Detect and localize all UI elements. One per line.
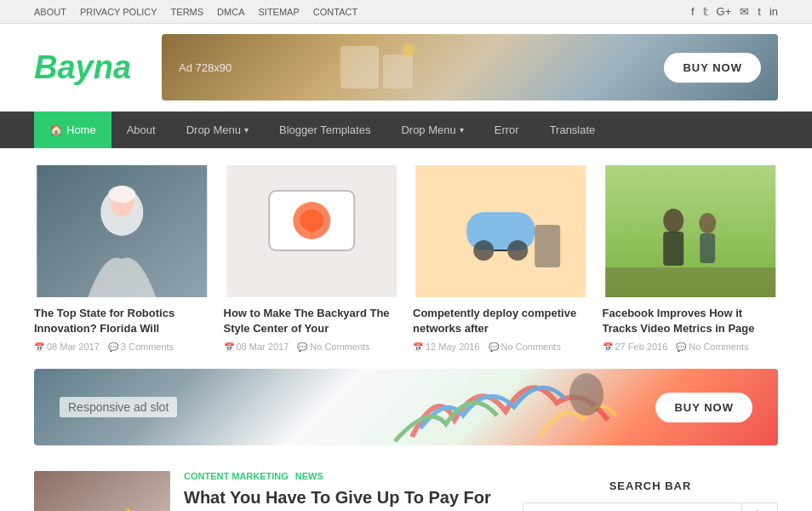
chevron-down-icon: ▾ [244, 125, 249, 135]
article-image-2[interactable] [224, 165, 400, 297]
top-nav-about[interactable]: ABOUT [34, 7, 66, 17]
article-card-4: Facebook Improves How it Tracks Video Me… [603, 165, 779, 352]
responsive-buy-button[interactable]: BUY NOW [655, 393, 752, 422]
ad-text: Ad 728x90 [179, 61, 232, 74]
article-meta-4: 📅 27 Feb 2016 💬 No Comments [603, 342, 779, 352]
featured-article: Content Marketing News What You Have To … [34, 471, 506, 511]
categories: Content Marketing News [184, 471, 506, 481]
email-icon[interactable]: ✉ [740, 5, 749, 18]
featured-content: Content Marketing News What You Have To … [184, 471, 506, 511]
top-nav-dmca[interactable]: DMCA [217, 7, 244, 17]
featured-image[interactable] [34, 471, 170, 511]
svg-rect-18 [663, 232, 683, 266]
header: Bayna Ad 728x90 BUY NOW [0, 24, 812, 112]
search-bar-title: SEARCH BAR [523, 471, 778, 502]
ad-banner: Ad 728x90 BUY NOW [162, 34, 778, 100]
nav-about-label: About [127, 123, 156, 136]
svg-point-17 [663, 209, 683, 233]
top-nav: ABOUT PRIVACY POLICY TERMS DMCA SITEMAP … [34, 7, 357, 17]
chevron-down-icon-2: ▾ [460, 125, 464, 135]
googleplus-icon[interactable]: G+ [717, 5, 732, 18]
top-bar: ABOUT PRIVACY POLICY TERMS DMCA SITEMAP … [0, 0, 812, 24]
top-nav-sitemap[interactable]: SITEMAP [258, 7, 299, 17]
category-news[interactable]: News [295, 471, 323, 481]
article-title-1[interactable]: The Top State for Robotics Innovation? F… [34, 306, 210, 336]
nav-blogger-label: Blogger Templates [279, 123, 370, 136]
nav-drop2[interactable]: Drop Menu ▾ [386, 112, 478, 148]
svg-rect-23 [34, 471, 170, 511]
article-comments-3: 💬 No Comments [489, 342, 561, 352]
logo-text: Bayna [34, 51, 145, 83]
article-image-1[interactable] [34, 165, 210, 297]
svg-rect-1 [383, 55, 413, 89]
nav-home-label: Home [66, 123, 96, 136]
svg-point-22 [569, 373, 603, 416]
article-meta-1: 📅 08 Mar 2017 💬 3 Comments [34, 342, 210, 352]
tumblr-icon[interactable]: t [758, 5, 761, 18]
home-icon: 🏠 [49, 123, 63, 136]
nav-error-label: Error [495, 123, 519, 136]
featured-title[interactable]: What You Have To Give Up To Pay For An U… [184, 486, 506, 511]
search-input-wrapper: 🔍 [523, 502, 778, 511]
nav-drop1-label: Drop Menu [186, 123, 241, 136]
social-icons: f 𝕥 G+ ✉ t in [691, 5, 778, 18]
facebook-icon[interactable]: f [691, 5, 695, 18]
calendar-icon-3: 📅 [413, 342, 423, 352]
article-date-4: 📅 27 Feb 2016 [603, 342, 668, 352]
nav-home[interactable]: 🏠 Home [34, 112, 112, 148]
article-comments-4: 💬 No Comments [676, 342, 748, 352]
article-image-4[interactable] [603, 165, 779, 297]
nav-drop2-label: Drop Menu [401, 123, 455, 136]
svg-rect-15 [535, 225, 560, 267]
svg-point-19 [699, 213, 716, 233]
calendar-icon-1: 📅 [34, 342, 44, 352]
calendar-icon-4: 📅 [603, 342, 613, 352]
top-nav-contact[interactable]: CONTACT [313, 7, 357, 17]
article-image-3[interactable] [413, 165, 589, 297]
main-nav: 🏠 Home About Drop Menu ▾ Blogger Templat… [0, 112, 812, 148]
search-button[interactable]: 🔍 [741, 503, 777, 511]
article-meta-3: 📅 12 May 2016 💬 No Comments [413, 342, 589, 352]
twitter-icon[interactable]: 𝕥 [703, 5, 708, 18]
top-nav-terms[interactable]: TERMS [171, 7, 204, 17]
responsive-ad-text: Responsive ad slot [60, 397, 177, 417]
article-date-1: 📅 08 Mar 2017 [34, 342, 100, 352]
article-title-2[interactable]: How to Make The Backyard The Style Cente… [224, 306, 400, 336]
article-card-1: The Top State for Robotics Innovation? F… [34, 165, 210, 352]
nav-blogger[interactable]: Blogger Templates [264, 112, 386, 148]
calendar-icon-2: 📅 [224, 342, 234, 352]
nav-drop1[interactable]: Drop Menu ▾ [171, 112, 264, 148]
logo[interactable]: Bayna [34, 51, 145, 83]
svg-point-13 [507, 240, 528, 261]
bottom-section: Content Marketing News What You Have To … [0, 462, 812, 511]
nav-error[interactable]: Error [479, 112, 535, 148]
search-input[interactable] [523, 503, 741, 511]
article-comments-1: 💬 3 Comments [108, 342, 174, 352]
comment-icon-2: 💬 [297, 342, 307, 352]
comment-icon-4: 💬 [676, 342, 686, 352]
article-card-3: Competently deploy competive networks af… [413, 165, 589, 352]
article-date-3: 📅 12 May 2016 [413, 342, 480, 352]
article-comments-2: 💬 No Comments [297, 342, 369, 352]
svg-rect-21 [605, 267, 775, 297]
linkedin-icon[interactable]: in [769, 5, 778, 18]
article-date-2: 📅 08 Mar 2017 [224, 342, 289, 352]
sidebar: SEARCH BAR 🔍 [523, 471, 778, 511]
ad-buy-button[interactable]: BUY NOW [664, 53, 761, 83]
article-card-2: How to Make The Backyard The Style Cente… [224, 165, 400, 352]
article-meta-2: 📅 08 Mar 2017 💬 No Comments [224, 342, 400, 352]
responsive-ad: Responsive ad slot BUY NOW [34, 369, 778, 445]
svg-point-2 [402, 43, 415, 57]
nav-translate[interactable]: Translate [535, 112, 611, 148]
article-title-4[interactable]: Facebook Improves How it Tracks Video Me… [603, 306, 779, 336]
svg-rect-20 [700, 233, 715, 263]
top-nav-privacy[interactable]: PRIVACY POLICY [80, 7, 157, 17]
comment-icon-1: 💬 [108, 342, 118, 352]
nav-translate-label: Translate [550, 123, 596, 136]
article-title-3[interactable]: Competently deploy competive networks af… [413, 306, 589, 336]
article-grid: The Top State for Robotics Innovation? F… [0, 148, 812, 369]
category-content-marketing[interactable]: Content Marketing [184, 471, 289, 481]
nav-about[interactable]: About [112, 112, 171, 148]
svg-rect-0 [340, 46, 379, 89]
svg-point-6 [108, 186, 135, 203]
